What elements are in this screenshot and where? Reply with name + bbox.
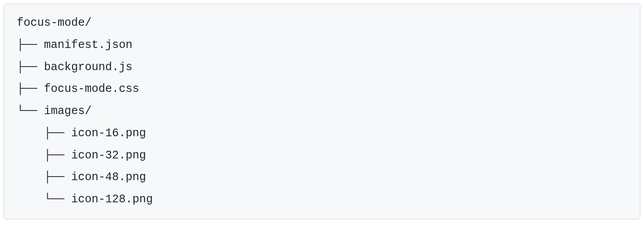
tree-line: ├── icon-32.png — [17, 149, 146, 162]
tree-line: └── icon-128.png — [17, 193, 153, 206]
tree-line: ├── manifest.json — [17, 38, 132, 52]
tree-line: focus-mode/ — [17, 16, 92, 29]
tree-line: └── images/ — [17, 105, 92, 118]
tree-line: ├── background.js — [17, 61, 132, 74]
tree-line: ├── icon-16.png — [17, 127, 146, 140]
file-tree-block: focus-mode/ ├── manifest.json ├── backgr… — [4, 4, 640, 220]
tree-line: ├── icon-48.png — [17, 171, 146, 184]
tree-line: ├── focus-mode.css — [17, 82, 139, 96]
